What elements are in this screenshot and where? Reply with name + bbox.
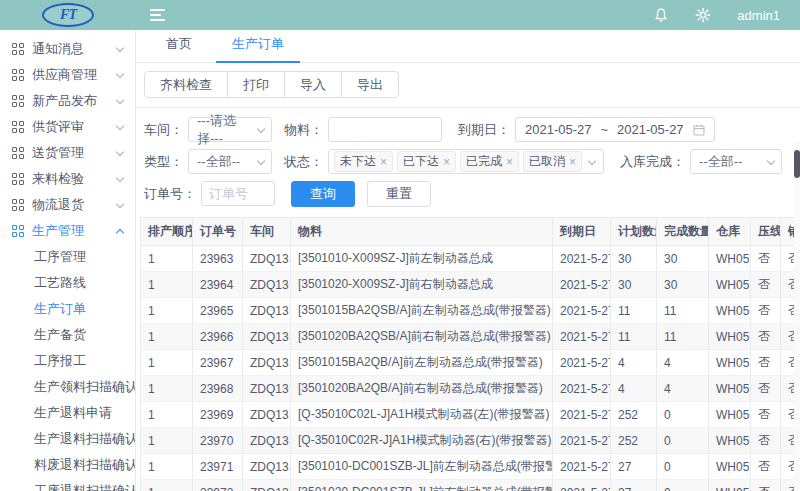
sidebar-item-label: 送货管理	[32, 144, 117, 162]
remove-tag-icon[interactable]: ×	[443, 156, 450, 168]
table-cell: 2021-5-27	[553, 272, 611, 298]
toolbar-button[interactable]: 导入	[284, 71, 342, 98]
table-cell: [3501010-X009SZ-J]前左制动器总成	[291, 246, 553, 272]
vertical-scrollbar[interactable]	[794, 142, 800, 491]
table-cell: 4	[611, 376, 657, 402]
main-content: 首页生产订单 齐料检查打印导入导出 车间： ---请选择--- 物料： 到期日：…	[136, 30, 800, 491]
sidebar-item[interactable]: 来料检验	[0, 166, 135, 192]
status-tag: 已取消×	[523, 151, 582, 172]
menu-fold-icon[interactable]	[150, 9, 165, 21]
sidebar-item[interactable]: 送货管理	[0, 140, 135, 166]
sidebar-subitem[interactable]: 生产领料扫描确认	[0, 374, 135, 400]
chevron-down-icon	[767, 156, 775, 164]
table-row[interactable]: 123964ZDQ13[3501020-X009SZ-J]前右制动器总成2021…	[141, 272, 795, 298]
table-row[interactable]: 123970ZDQ13[Q-35010C02R-J]A1H模式制动器(右)(带报…	[141, 428, 795, 454]
table-cell: [3501020-DC001SZB-JL]前右制动器总成(带报警器)(老气室)	[291, 480, 553, 491]
sidebar-item[interactable]: 新产品发布	[0, 88, 135, 114]
order-no-input[interactable]	[201, 181, 275, 206]
sidebar-subitem[interactable]: 生产订单	[0, 296, 135, 322]
table-row[interactable]: 123963ZDQ13[3501010-X009SZ-J]前左制动器总成2021…	[141, 246, 795, 272]
tab[interactable]: 首页	[146, 35, 212, 62]
inbound-label: 入库完成：	[620, 153, 685, 171]
table-cell: ZDQ13	[243, 480, 291, 491]
table-cell: 否	[751, 480, 781, 491]
table-cell: 23963	[193, 246, 243, 272]
sidebar-subitem[interactable]: 生产退料扫描确认	[0, 426, 135, 452]
sidebar-item-label: 通知消息	[32, 40, 117, 58]
material-label: 物料：	[284, 121, 323, 139]
table-cell: 否	[781, 376, 795, 402]
table-cell: 0	[657, 428, 709, 454]
table-row[interactable]: 123966ZDQ13[3501020BA2QSB/A]前右制动器总成(带报警器…	[141, 324, 795, 350]
gear-icon[interactable]	[695, 7, 711, 23]
order-no-label: 订单号：	[144, 185, 196, 203]
type-value: --全部--	[197, 153, 240, 171]
table-cell: 否	[751, 428, 781, 454]
table-cell: 1	[141, 376, 193, 402]
sidebar-subitem[interactable]: 工序管理	[0, 244, 135, 270]
table-row[interactable]: 123965ZDQ13[3501015BA2QSB/A]前左制动器总成(带报警器…	[141, 298, 795, 324]
table-cell: WH05	[709, 402, 751, 428]
table-cell: [3501020BA2QB/A]前右制动器总成(带报警器)	[291, 376, 553, 402]
inbound-value: --全部--	[699, 153, 742, 171]
chevron-up-icon	[116, 228, 124, 236]
sidebar-item-label: 供货评审	[32, 118, 117, 136]
remove-tag-icon[interactable]: ×	[569, 156, 576, 168]
table-row[interactable]: 123972ZDQ13[3501020-DC001SZB-JL]前右制动器总成(…	[141, 480, 795, 491]
remove-tag-icon[interactable]: ×	[380, 156, 387, 168]
tab[interactable]: 生产订单	[212, 35, 304, 62]
sidebar-item[interactable]: 物流退货	[0, 192, 135, 218]
chevron-down-icon	[116, 199, 124, 207]
material-input[interactable]	[328, 117, 442, 142]
reset-button[interactable]: 重置	[367, 181, 431, 207]
table-cell: ZDQ13	[243, 272, 291, 298]
table-row[interactable]: 123968ZDQ13[3501020BA2QB/A]前右制动器总成(带报警器)…	[141, 376, 795, 402]
current-user[interactable]: admin1	[737, 8, 780, 23]
toolbar-button[interactable]: 导出	[341, 71, 399, 98]
type-select[interactable]: --全部--	[188, 149, 272, 174]
chevron-down-icon	[257, 124, 265, 132]
sidebar-subitem[interactable]: 工序报工	[0, 348, 135, 374]
table-cell: 11	[611, 298, 657, 324]
orders-table-wrap: 排产顺序订单号车间物料到期日计划数量完成数量仓库压线铺料 123963ZDQ13…	[140, 217, 794, 491]
sidebar-subitem[interactable]: 工艺路线	[0, 270, 135, 296]
table-cell: 1	[141, 246, 193, 272]
table-cell: 2021-5-27	[553, 480, 611, 491]
topbar-actions: admin1	[653, 7, 800, 23]
status-multiselect[interactable]: 未下达×已下达×已完成×已取消×	[328, 149, 604, 174]
sidebar-item[interactable]: 供货评审	[0, 114, 135, 140]
table-cell: 27	[611, 480, 657, 491]
inbound-select[interactable]: --全部--	[690, 149, 782, 174]
table-row[interactable]: 123969ZDQ13[Q-35010C02L-J]A1H模式制动器(左)(带报…	[141, 402, 795, 428]
table-cell: ZDQ13	[243, 298, 291, 324]
table-row[interactable]: 123967ZDQ13[3501015BA2QB/A]前左制动器总成(带报警器)…	[141, 350, 795, 376]
search-button[interactable]: 查询	[291, 181, 355, 207]
sidebar-subitem[interactable]: 料废退料扫描确认	[0, 452, 135, 478]
table-cell: 23965	[193, 298, 243, 324]
table-row[interactable]: 123971ZDQ13[3501010-DC001SZB-JL]前左制动器总成(…	[141, 454, 795, 480]
remove-tag-icon[interactable]: ×	[506, 156, 513, 168]
table-cell: [3501015BA2QSB/A]前左制动器总成(带报警器)	[291, 298, 553, 324]
sidebar-item[interactable]: 供应商管理	[0, 62, 135, 88]
table-cell: 11	[611, 324, 657, 350]
sidebar-subitem[interactable]: 生产退料申请	[0, 400, 135, 426]
due-date-range-picker[interactable]: 2021-05-27 ~ 2021-05-27	[515, 117, 715, 142]
apps-icon	[12, 121, 24, 133]
sidebar-subitem[interactable]: 工废退料扫描确认	[0, 478, 135, 491]
table-cell: 否	[781, 272, 795, 298]
status-tag-label: 已完成	[466, 153, 502, 170]
sidebar-item[interactable]: 通知消息	[0, 36, 135, 62]
table-cell: 23967	[193, 350, 243, 376]
sidebar-item[interactable]: 生产管理	[0, 218, 135, 244]
toolbar-button[interactable]: 打印	[227, 71, 285, 98]
table-cell: 否	[781, 350, 795, 376]
toolbar-button[interactable]: 齐料检查	[144, 71, 228, 98]
table-cell: 2021-5-27	[553, 324, 611, 350]
workshop-select[interactable]: ---请选择---	[188, 117, 272, 142]
sidebar-subitem[interactable]: 生产备货	[0, 322, 135, 348]
scrollbar-thumb[interactable]	[794, 150, 800, 178]
bell-icon[interactable]	[653, 7, 669, 23]
status-tag-label: 已取消	[529, 153, 565, 170]
table-cell: ZDQ13	[243, 324, 291, 350]
table-cell: 否	[751, 298, 781, 324]
